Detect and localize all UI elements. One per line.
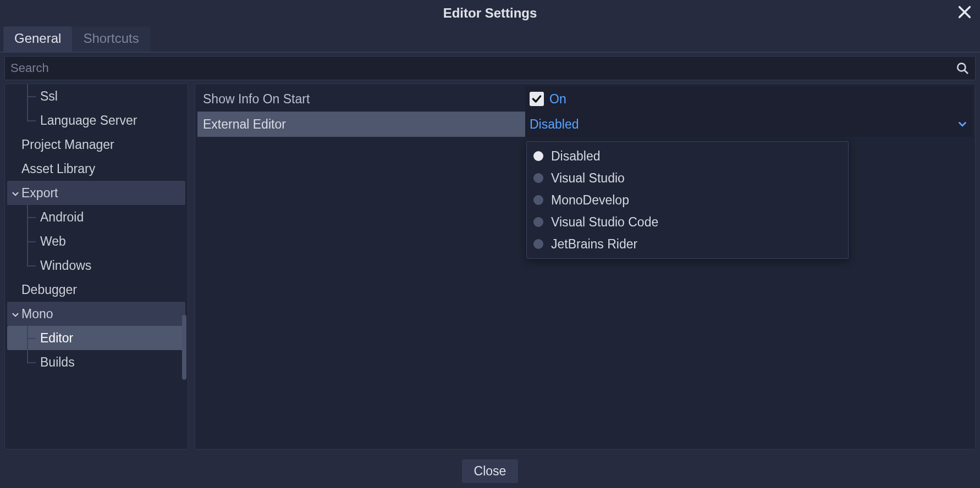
window-title: Editor Settings <box>443 5 537 21</box>
radio-icon <box>533 173 543 183</box>
checkbox-show-info[interactable] <box>530 92 544 106</box>
tree-item-editor[interactable]: Editor <box>7 326 185 350</box>
tree-item-asset-library[interactable]: Asset Library <box>7 157 185 181</box>
tree-label: Editor <box>40 331 73 346</box>
tree-item-export[interactable]: Export <box>7 181 185 205</box>
popup-option-rider[interactable]: JetBrains Rider <box>530 233 845 255</box>
tree-item-android[interactable]: Android <box>7 205 185 229</box>
popup-option-vscode[interactable]: Visual Studio Code <box>530 211 845 233</box>
popup-option-label: JetBrains Rider <box>551 237 637 252</box>
tab-bar: General Shortcuts <box>0 26 980 53</box>
popup-option-visual-studio[interactable]: Visual Studio <box>530 167 845 189</box>
checkbox-label: On <box>549 92 566 107</box>
dropdown-value: Disabled <box>530 117 579 132</box>
tree-item-web[interactable]: Web <box>7 229 185 253</box>
radio-icon <box>533 195 543 205</box>
tree-label: Export <box>21 186 58 201</box>
tree-item-builds[interactable]: Builds <box>7 350 185 374</box>
tree-label: Builds <box>40 355 75 370</box>
chevron-down-icon <box>10 188 20 198</box>
search-input[interactable] <box>10 61 955 75</box>
prop-external-editor: External Editor Disabled <box>197 112 973 137</box>
chevron-down-icon <box>956 118 968 130</box>
external-editor-dropdown[interactable]: Disabled <box>530 112 968 137</box>
radio-icon <box>533 239 543 249</box>
popup-option-disabled[interactable]: Disabled <box>530 145 845 167</box>
scrollbar-thumb[interactable] <box>182 315 186 380</box>
tree-item-windows[interactable]: Windows <box>7 253 185 278</box>
radio-icon <box>533 217 543 227</box>
popup-option-label: MonoDevelop <box>551 193 629 208</box>
tab-shortcuts[interactable]: Shortcuts <box>72 26 150 52</box>
search-row <box>0 53 980 84</box>
prop-label: Show Info On Start <box>197 86 525 112</box>
editor-settings-window: Editor Settings General Shortcuts <box>0 0 980 488</box>
radio-icon <box>533 151 543 161</box>
search-wrap <box>4 56 976 80</box>
tree-item-mono[interactable]: Mono <box>7 302 185 326</box>
prop-label: External Editor <box>197 112 525 137</box>
popup-option-label: Disabled <box>551 149 601 164</box>
close-icon[interactable] <box>957 4 972 20</box>
popup-option-label: Visual Studio Code <box>551 215 658 230</box>
search-icon[interactable] <box>955 61 970 75</box>
tree-label: Ssl <box>40 89 58 104</box>
tree-label: Android <box>40 210 84 225</box>
tree-item-project-manager[interactable]: Project Manager <box>7 132 185 157</box>
prop-show-info-on-start: Show Info On Start On <box>197 86 973 112</box>
close-button[interactable]: Close <box>462 459 519 483</box>
popup-option-monodevelop[interactable]: MonoDevelop <box>530 189 845 211</box>
main-split: Ssl Language Server Project Manager Asse… <box>0 84 980 454</box>
svg-line-3 <box>964 70 967 73</box>
settings-tree[interactable]: Ssl Language Server Project Manager Asse… <box>4 84 188 450</box>
tree-label: Mono <box>21 307 53 321</box>
title-bar: Editor Settings <box>0 0 980 26</box>
tree-label: Project Manager <box>21 137 114 152</box>
tab-general[interactable]: General <box>3 26 72 52</box>
tree-label: Language Server <box>40 113 137 128</box>
prop-value: Disabled <box>525 112 973 137</box>
external-editor-popup: Disabled Visual Studio MonoDevelop Visua… <box>526 141 849 259</box>
tree-label: Web <box>40 234 66 249</box>
properties-panel: Show Info On Start On External Editor Di… <box>195 84 976 450</box>
popup-option-label: Visual Studio <box>551 171 625 186</box>
tree-item-ssl[interactable]: Ssl <box>7 84 185 108</box>
tree-item-debugger[interactable]: Debugger <box>7 278 185 302</box>
tree-label: Asset Library <box>21 162 95 176</box>
tree-label: Windows <box>40 258 91 273</box>
chevron-down-icon <box>10 309 20 319</box>
tree-label: Debugger <box>21 282 77 297</box>
tree-item-language-server[interactable]: Language Server <box>7 108 185 132</box>
prop-value: On <box>525 86 973 112</box>
dialog-footer: Close <box>0 454 980 488</box>
